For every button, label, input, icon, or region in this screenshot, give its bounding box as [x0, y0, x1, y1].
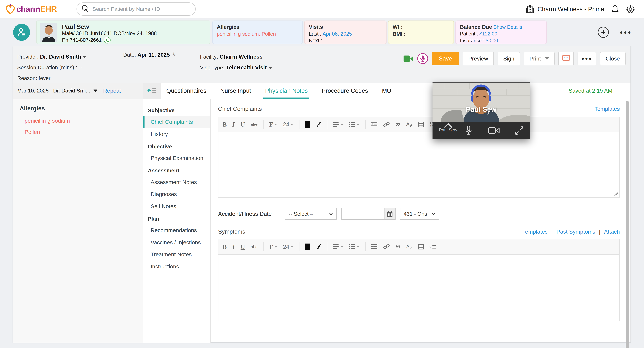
calendar-button[interactable]	[384, 208, 395, 219]
link-icon[interactable]	[383, 121, 390, 128]
allergy-item[interactable]: penicillin g sodium	[20, 115, 136, 126]
encounter-history-select[interactable]: Mar 10, 2025 : Dr. David Smi...	[17, 88, 97, 94]
indent-icon[interactable]	[371, 244, 378, 249]
allergy-item[interactable]: Pollen	[20, 126, 136, 138]
encounter-tab-bar: Mar 10, 2025 : Dr. David Smi... Repeat Q…	[13, 83, 630, 99]
bold-icon[interactable]: B	[222, 121, 227, 128]
edit-date-pencil-icon[interactable]: ✎	[172, 52, 177, 58]
align-icon[interactable]	[333, 244, 344, 249]
tab-nurse-input[interactable]: Nurse Input	[220, 83, 251, 99]
provider-dropdown-caret-icon[interactable]	[83, 56, 86, 58]
preview-button[interactable]: Preview	[463, 52, 494, 65]
sign-button[interactable]: Sign	[498, 52, 520, 65]
symptoms-templates-link[interactable]: Templates	[522, 229, 548, 235]
font-family-icon[interactable]: F	[269, 121, 277, 128]
font-family-icon[interactable]: F	[269, 243, 277, 250]
settings-gear-icon[interactable]	[626, 5, 635, 14]
scrollbar-thumb[interactable]	[626, 101, 629, 348]
font-color-swatch-icon[interactable]	[305, 121, 310, 128]
video-mic-icon[interactable]	[464, 122, 474, 139]
indent-icon[interactable]	[371, 122, 378, 127]
accident-date-input[interactable]	[342, 208, 384, 219]
font-size-select[interactable]: 24	[283, 121, 293, 128]
video-camera-icon[interactable]	[488, 122, 500, 139]
notifications-bell-icon[interactable]	[611, 5, 619, 14]
align-icon[interactable]	[333, 122, 344, 127]
blockquote-icon[interactable]: ”	[396, 243, 400, 251]
underline-icon[interactable]: U	[240, 121, 245, 128]
nav-item-treatment-notes[interactable]: Treatment Notes	[143, 248, 210, 261]
onset-code-select[interactable]: 431 - Ons	[400, 208, 439, 220]
content-scrollbar[interactable]	[626, 101, 629, 348]
add-new-button[interactable]: +	[598, 27, 609, 38]
visit-type-value[interactable]: TeleHealth Visit	[226, 64, 266, 71]
highlight-brush-icon[interactable]	[316, 121, 321, 128]
patient-queue-icon[interactable]	[13, 24, 30, 41]
tab-mu[interactable]: MU	[382, 83, 391, 99]
table-icon[interactable]	[418, 122, 424, 127]
comments-button[interactable]	[558, 52, 574, 65]
chief-templates-link[interactable]: Templates	[594, 106, 620, 112]
attach-link[interactable]: Attach	[604, 229, 620, 235]
tab-questionnaires[interactable]: Questionnaires	[166, 83, 206, 99]
nav-item-recommendations[interactable]: Recommendations	[143, 224, 210, 236]
list-icon[interactable]	[349, 244, 359, 249]
text-style-icon[interactable]: A	[406, 244, 412, 250]
underline-icon[interactable]: U	[240, 243, 245, 250]
checklist-icon[interactable]: AA	[430, 244, 436, 249]
resize-handle-icon[interactable]	[613, 191, 618, 196]
highlight-brush-icon[interactable]	[316, 243, 321, 250]
nav-item-physical-examination[interactable]: Physical Examination	[143, 152, 210, 164]
video-call-icon[interactable]	[403, 55, 414, 63]
blockquote-icon[interactable]: ”	[396, 121, 400, 128]
tab-physician-notes[interactable]: Physician Notes	[265, 83, 308, 99]
patient-more-icon[interactable]: ●●●	[620, 29, 632, 35]
repeat-link[interactable]: Repeat	[103, 88, 121, 94]
provider-value[interactable]: Dr. David Smith	[40, 54, 81, 60]
visit-type-caret-icon[interactable]	[268, 67, 272, 69]
italic-icon[interactable]: I	[232, 121, 235, 128]
svg-text:A: A	[430, 247, 431, 250]
bold-icon[interactable]: B	[222, 243, 227, 250]
nav-item-history[interactable]: History	[143, 128, 210, 140]
more-actions-button[interactable]: ●●●	[578, 52, 596, 65]
font-size-select[interactable]: 24	[283, 244, 293, 250]
tab-procedure-codes[interactable]: Procedure Codes	[322, 83, 368, 99]
chief-complaints-textarea[interactable]	[218, 132, 620, 197]
close-button[interactable]: Close	[600, 52, 626, 65]
text-style-icon[interactable]: A	[406, 121, 412, 128]
phone-call-icon[interactable]	[104, 37, 111, 44]
table-icon[interactable]	[418, 244, 424, 249]
search-input[interactable]	[92, 6, 195, 12]
symptoms-textarea[interactable]	[218, 255, 620, 321]
save-button[interactable]: Save	[432, 52, 459, 65]
accident-type-select[interactable]: -- Select --	[285, 208, 337, 220]
patient-search[interactable]	[76, 3, 196, 16]
patient-summary-card[interactable]: Paul Sew Male/ 36 ID:Jun16641 DOB:Nov 24…	[36, 21, 210, 44]
balance-insurance-amount[interactable]: $0.00	[486, 38, 498, 43]
charm-ehr-logo[interactable]: charmEHR	[6, 4, 57, 15]
font-color-swatch-icon[interactable]	[305, 244, 310, 250]
video-expand-icon[interactable]	[514, 122, 524, 139]
visits-last-date-link[interactable]: Apr 08, 2025	[322, 31, 352, 37]
nav-item-self-notes[interactable]: Self Notes	[143, 200, 210, 213]
link-icon[interactable]	[383, 244, 390, 250]
print-button[interactable]: Print	[524, 52, 554, 65]
nav-item-chief-complaints[interactable]: Chief Complaints	[143, 116, 210, 128]
list-icon[interactable]	[349, 122, 359, 127]
nav-item-vaccines-injections[interactable]: Vaccines / Injections	[143, 236, 210, 248]
nav-item-instructions[interactable]: Instructions	[143, 261, 210, 273]
strikethrough-icon[interactable]: abc	[251, 244, 257, 249]
strikethrough-icon[interactable]: abc	[251, 122, 257, 127]
dictation-mic-icon[interactable]	[417, 53, 428, 64]
nav-item-assessment-notes[interactable]: Assessment Notes	[143, 176, 210, 188]
balance-show-details-link[interactable]: Show Details	[494, 24, 522, 30]
balance-patient-amount[interactable]: $122.00	[480, 31, 497, 37]
telehealth-video-overlay[interactable]: Paul Sew Paul Sew	[432, 82, 530, 139]
collapse-panel-button[interactable]	[143, 83, 160, 99]
past-symptoms-link[interactable]: Past Symptoms	[556, 229, 595, 235]
nav-item-diagnoses[interactable]: Diagnoses	[143, 188, 210, 200]
practice-selector[interactable]: Charm Wellness - Prime	[526, 5, 604, 14]
italic-icon[interactable]: I	[232, 243, 235, 250]
allergies-card[interactable]: Allergies penicillin g sodium, Pollen	[212, 21, 303, 44]
